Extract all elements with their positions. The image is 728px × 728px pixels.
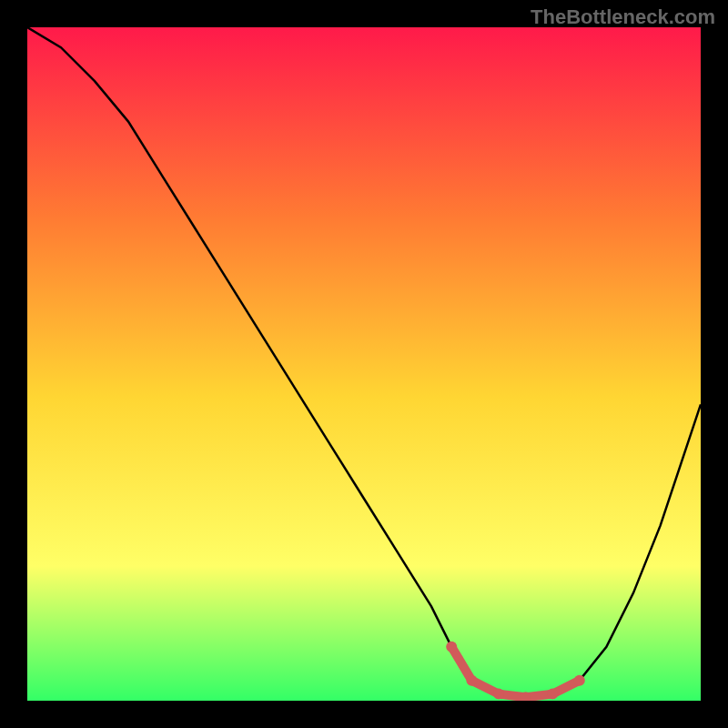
highlight-dot	[547, 689, 558, 700]
chart-container: TheBottleneck.com	[0, 0, 728, 728]
highlight-dot	[446, 642, 457, 652]
watermark-text: TheBottleneck.com	[531, 5, 715, 29]
highlight-dot	[574, 675, 585, 686]
gradient-background	[27, 27, 701, 701]
plot-area	[27, 27, 701, 701]
highlight-dot	[466, 675, 477, 686]
chart-svg	[27, 27, 701, 701]
highlight-dot	[493, 689, 504, 700]
